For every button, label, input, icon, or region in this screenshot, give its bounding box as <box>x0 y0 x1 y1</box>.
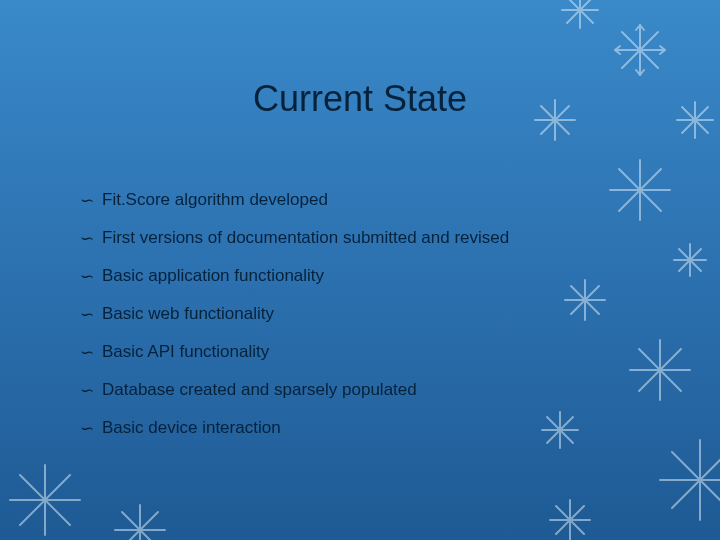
slide-title: Current State <box>0 78 720 120</box>
list-item-label: Basic application functionality <box>100 266 324 286</box>
list-item-label: Basic API functionality <box>100 342 269 362</box>
list-item: ∽ Basic device interaction <box>80 418 660 438</box>
bullet-icon: ∽ <box>80 306 100 323</box>
bullet-icon: ∽ <box>80 382 100 399</box>
bullet-icon: ∽ <box>80 268 100 285</box>
list-item: ∽ Database created and sparsely populate… <box>80 380 660 400</box>
bullet-icon: ∽ <box>80 344 100 361</box>
list-item-label: Basic web functionality <box>100 304 274 324</box>
list-item: ∽ Basic API functionality <box>80 342 660 362</box>
bullet-icon: ∽ <box>80 230 100 247</box>
list-item-label: Database created and sparsely populated <box>100 380 417 400</box>
list-item: ∽ Basic application functionality <box>80 266 660 286</box>
list-item-label: Fit.Score algorithm developed <box>100 190 328 210</box>
list-item: ∽ Fit.Score algorithm developed <box>80 190 660 210</box>
list-item-label: First versions of documentation submitte… <box>100 228 509 248</box>
list-item-label: Basic device interaction <box>100 418 281 438</box>
list-item: ∽ First versions of documentation submit… <box>80 228 660 248</box>
bullet-icon: ∽ <box>80 420 100 437</box>
slide: Current State ∽ Fit.Score algorithm deve… <box>0 0 720 540</box>
bullet-icon: ∽ <box>80 192 100 209</box>
list-item: ∽ Basic web functionality <box>80 304 660 324</box>
bullet-list: ∽ Fit.Score algorithm developed ∽ First … <box>80 190 660 456</box>
